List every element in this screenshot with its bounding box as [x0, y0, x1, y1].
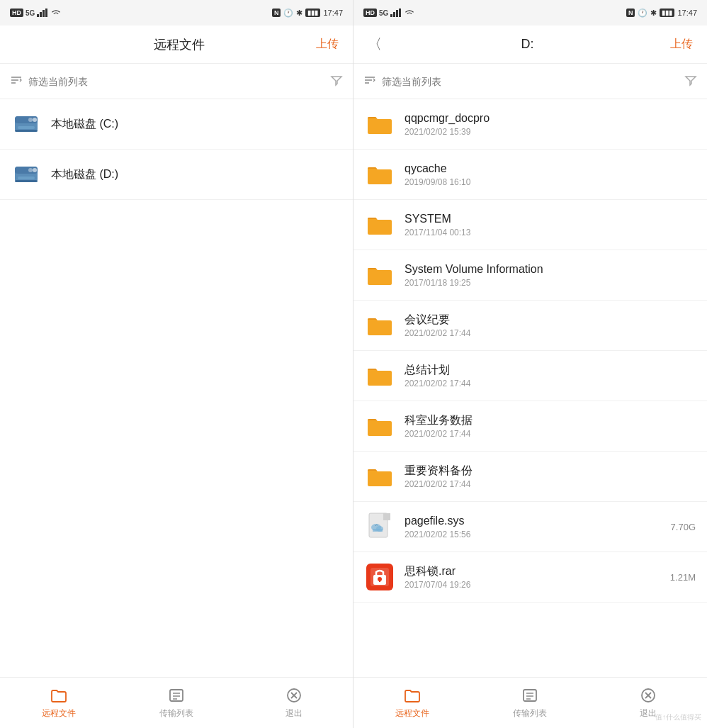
svg-point-16: [28, 168, 33, 172]
folder-name-4: 会议纪要: [405, 313, 696, 327]
folder-date-5: 2021/02/02 17:44: [405, 379, 696, 388]
right-file-list: qqpcmgr_docpro 2021/02/02 15:39 qycache …: [354, 99, 707, 677]
left-filter-icon[interactable]: [330, 74, 343, 89]
svg-rect-37: [373, 529, 383, 532]
right-search-bar: [354, 64, 707, 99]
clock-icon: 🕐: [283, 9, 293, 18]
right-filter-icon[interactable]: [684, 74, 697, 89]
svg-rect-18: [15, 180, 38, 182]
folder-svg-3: [366, 264, 393, 286]
right-folder-nav-icon: [403, 686, 422, 705]
left-panel-title: 远程文件: [43, 36, 316, 53]
right-header: 〈 D: 上传: [354, 26, 707, 64]
left-upload-button[interactable]: 上传: [316, 37, 339, 52]
svg-rect-2: [43, 10, 45, 17]
svg-point-10: [28, 118, 33, 122]
right-nav-remote-files[interactable]: 远程文件: [354, 686, 471, 719]
exit-nav-icon: [285, 686, 303, 705]
right-search-input[interactable]: [382, 76, 679, 87]
folder-name-2: SYSTEM: [405, 212, 696, 227]
file-size-8: 7.70G: [671, 522, 696, 532]
folder-item-3[interactable]: System Volume Information 2017/01/18 19:…: [354, 250, 707, 301]
left-panel: HD 5G N 🕐 ✱ ▮▮▮ 17:47 远程文件: [0, 0, 354, 728]
folder-name-3: System Volume Information: [405, 262, 696, 277]
svg-rect-26: [390, 14, 392, 17]
watermark: 值↑什么值得买: [655, 712, 701, 722]
right-time: 17:47: [677, 9, 697, 17]
left-search-bar: [0, 64, 353, 99]
left-sort-icon[interactable]: [10, 74, 23, 89]
folder-item-0[interactable]: qqpcmgr_docpro 2021/02/02 15:39: [354, 99, 707, 150]
bluetooth-icon: ✱: [296, 9, 302, 18]
right-hd-badge: HD: [363, 9, 377, 17]
right-nav-transfer-list[interactable]: 传输列表: [471, 686, 589, 719]
left-header: 远程文件 上传: [0, 26, 353, 64]
folder-svg-4: [366, 314, 393, 337]
left-search-input[interactable]: [28, 76, 324, 87]
folder-svg-6: [366, 415, 393, 437]
right-list-nav-icon: [521, 686, 539, 705]
rar-svg: [365, 562, 395, 592]
drive-d-item[interactable]: 本地磁盘 (D:): [0, 150, 353, 200]
svg-point-15: [33, 168, 37, 172]
sys-file-icon: [365, 512, 395, 542]
right-wifi2-icon: [404, 9, 415, 17]
left-status-left-icons: HD 5G: [10, 9, 62, 17]
drive-d-icon: [11, 159, 41, 189]
svg-rect-42: [379, 579, 380, 582]
wifi2-icon: [50, 9, 62, 17]
left-nav-transfer-label: 传输列表: [159, 707, 193, 719]
folder-info-1: qycache 2019/09/08 16:10: [405, 162, 696, 188]
folder-date-2: 2017/11/04 00:13: [405, 228, 696, 237]
svg-rect-12: [15, 130, 38, 132]
folder-svg-0: [366, 113, 393, 135]
left-status-bar: HD 5G N 🕐 ✱ ▮▮▮ 17:47: [0, 0, 353, 26]
folder-name-1: qycache: [405, 162, 696, 177]
file-date-9: 2017/07/04 19:26: [405, 580, 660, 590]
right-bluetooth-icon: ✱: [650, 9, 657, 18]
folder-icon-0: [365, 109, 395, 139]
folder-info-3: System Volume Information 2017/01/18 19:…: [405, 262, 696, 289]
folder-item-5[interactable]: 总结计划 2021/02/02 17:44: [354, 351, 707, 401]
right-clock-icon: 🕐: [638, 9, 647, 18]
folder-info-5: 总结计划 2021/02/02 17:44: [405, 363, 696, 389]
right-bottom-nav: 远程文件 传输列表 退出 值↑什么值得买: [354, 677, 707, 728]
right-panel: HD 5G N 🕐 ✱ ▮▮▮ 17:47 〈 D: 上传: [354, 0, 707, 728]
folder-item-4[interactable]: 会议纪要 2021/02/02 17:44: [354, 301, 707, 351]
file-info-8: pagefile.sys 2021/02/02 15:56: [405, 514, 661, 540]
disk-icon-d: [11, 159, 41, 189]
folder-icon-6: [365, 411, 395, 441]
folder-item-6[interactable]: 科室业务数据 2021/02/02 17:44: [354, 401, 707, 452]
folder-icon-3: [365, 260, 395, 290]
right-nav-remote-label: 远程文件: [395, 707, 429, 719]
folder-date-3: 2017/01/18 19:25: [405, 278, 696, 288]
left-nav-remote-files[interactable]: 远程文件: [0, 686, 118, 719]
folder-icon-7: [365, 461, 395, 491]
file-item-8[interactable]: pagefile.sys 2021/02/02 15:56 7.70G: [354, 502, 707, 552]
right-status-left-icons: HD 5G: [363, 9, 415, 17]
right-sort-icon[interactable]: [363, 74, 376, 89]
folder-info-4: 会议纪要 2021/02/02 17:44: [405, 313, 696, 339]
folder-item-7[interactable]: 重要资料备份 2021/02/02 17:44: [354, 452, 707, 502]
right-upload-button[interactable]: 上传: [670, 37, 693, 52]
left-nav-exit[interactable]: 退出: [235, 686, 353, 719]
drive-c-icon: [11, 109, 41, 139]
folder-svg-5: [366, 364, 393, 387]
folder-name-6: 科室业务数据: [405, 413, 696, 428]
left-nav-transfer-list[interactable]: 传输列表: [118, 686, 235, 719]
file-info-9: 思科锁.rar 2017/07/04 19:26: [405, 564, 660, 590]
hd-badge: HD: [10, 9, 23, 17]
folder-item-2[interactable]: SYSTEM 2017/11/04 00:13: [354, 200, 707, 250]
folder-name-7: 重要资料备份: [405, 464, 696, 478]
left-nav-exit-label: 退出: [285, 707, 302, 719]
file-item-9[interactable]: 思科锁.rar 2017/07/04 19:26 1.21M: [354, 552, 707, 603]
folder-name-0: qqpcmgr_docpro: [405, 111, 696, 126]
back-button[interactable]: 〈: [368, 35, 385, 54]
folder-item-1[interactable]: qycache 2019/09/08 16:10: [354, 150, 707, 200]
drive-c-item[interactable]: 本地磁盘 (C:): [0, 99, 353, 150]
folder-date-1: 2019/09/08 16:10: [405, 177, 696, 187]
right-nav-transfer-label: 传输列表: [513, 707, 547, 719]
svg-rect-1: [40, 12, 42, 17]
folder-svg-7: [366, 465, 393, 488]
svg-rect-0: [37, 14, 39, 17]
